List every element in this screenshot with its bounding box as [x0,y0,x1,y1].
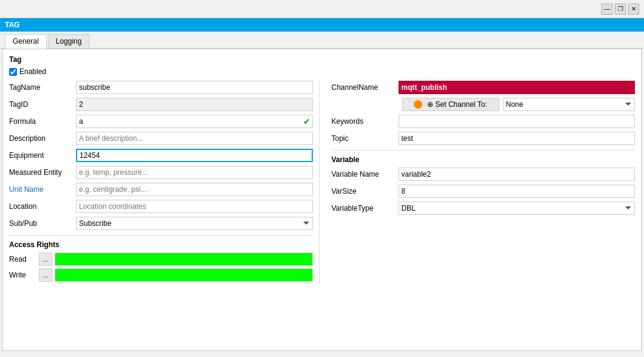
access-rights-title: Access Rights [9,240,313,249]
formula-input[interactable] [76,115,313,128]
measured-entity-row: Measured Entity [9,166,313,179]
tagid-label: TagID [9,100,76,109]
set-channel-label: ⊕ Set Channel To: [427,100,487,109]
variable-title: Variable [332,155,635,164]
read-label: Read [9,255,36,264]
enabled-checkbox[interactable] [9,68,17,76]
unit-name-row: Unit Name [9,183,313,196]
tag-header-label: TAG [5,21,19,29]
variable-name-label: Variable Name [332,170,399,178]
description-label: Description [9,134,76,143]
keywords-label: Keywords [332,117,399,126]
tagname-row: TagName [9,81,313,94]
right-col: ChannelName ⊕ Set Channel To: None Keywo… [326,81,635,284]
channel-dropdown[interactable]: None [503,98,635,111]
variable-section: Variable Variable Name VarSize VariableT… [332,155,635,215]
variable-type-row: VariableType DBL INT FLOAT STRING BOOL [332,202,635,215]
varsize-row: VarSize [332,185,635,198]
variable-type-dropdown[interactable]: DBL INT FLOAT STRING BOOL [399,202,635,215]
write-bar [55,268,313,282]
formula-row: Formula ✔ [9,115,313,128]
channel-row: ⊕ Set Channel To: None [332,98,635,111]
measured-entity-label: Measured Entity [9,168,76,177]
topic-label: Topic [332,134,399,143]
equipment-label: Equipment [9,151,76,160]
write-label: Write [9,271,36,279]
topic-input[interactable] [399,132,635,145]
right-divider [332,150,635,151]
window-controls: — ❐ ✕ [601,4,639,15]
left-divider [9,235,313,236]
title-bar: — ❐ ✕ [0,0,644,18]
access-rights-section: Access Rights Read ... Write ... [9,240,313,282]
write-row: Write ... [9,268,313,282]
tagid-row: TagID [9,98,313,111]
tagid-input [76,98,313,111]
description-input[interactable] [76,132,313,145]
location-label: Location [9,202,76,211]
minimize-button[interactable]: — [601,4,612,15]
equipment-input[interactable] [76,149,313,162]
read-dots-button[interactable]: ... [39,253,52,266]
channelname-row: ChannelName [332,81,635,94]
unit-name-label: Unit Name [9,185,76,194]
two-col-layout: TagName TagID Formula ✔ Description [9,81,635,284]
variable-name-row: Variable Name [332,168,635,181]
enabled-row: Enabled [9,67,635,76]
unit-name-input[interactable] [76,183,313,196]
channelname-label: ChannelName [332,83,399,92]
tab-general[interactable]: General [5,34,47,49]
equipment-row: Equipment [9,149,313,162]
tab-logging[interactable]: Logging [48,34,90,48]
tagname-label: TagName [9,83,76,92]
varsize-label: VarSize [332,187,399,195]
satellite-icon [414,100,422,109]
left-col: TagName TagID Formula ✔ Description [9,81,320,284]
variable-name-input[interactable] [399,168,635,181]
read-row: Read ... [9,253,313,266]
keywords-row: Keywords [332,115,635,128]
subpub-label: Sub/Pub [9,219,76,228]
location-row: Location [9,200,313,213]
topic-row: Topic [332,132,635,145]
variable-type-label: VariableType [332,204,399,212]
description-row: Description [9,132,313,145]
subpub-dropdown[interactable]: Subscribe Publish None [76,217,313,230]
close-button[interactable]: ✕ [628,4,639,15]
formula-input-container: ✔ [76,115,313,128]
main-content: Tag Enabled TagName TagID Formula ✔ [2,49,642,351]
keywords-input[interactable] [399,115,635,128]
write-dots-button[interactable]: ... [39,268,52,282]
tag-section-title: Tag [9,55,635,64]
measured-entity-input[interactable] [76,166,313,179]
tag-header: TAG [0,18,644,32]
read-bar [55,253,313,266]
formula-label: Formula [9,117,76,126]
varsize-input[interactable] [399,185,635,198]
tabs-bar: General Logging [0,32,644,49]
channelname-input[interactable] [399,81,635,94]
restore-button[interactable]: ❐ [615,4,626,15]
subpub-row: Sub/Pub Subscribe Publish None [9,217,313,230]
formula-check-icon: ✔ [303,117,310,126]
tagname-input[interactable] [76,81,313,94]
enabled-label: Enabled [19,67,46,76]
location-input[interactable] [76,200,313,213]
set-channel-button[interactable]: ⊕ Set Channel To: [402,98,499,111]
